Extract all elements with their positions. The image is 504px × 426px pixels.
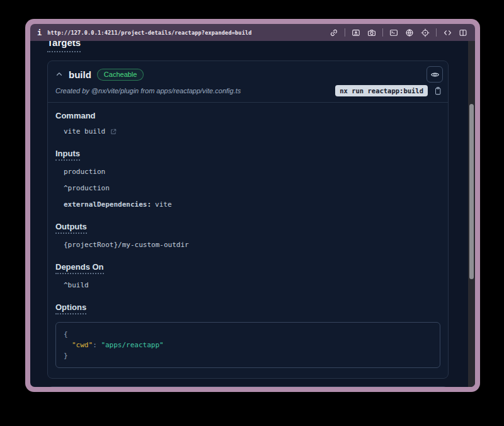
run-command-chip: nx run reactapp:build <box>335 85 428 96</box>
toolbar-divider <box>382 28 383 37</box>
toolbar-divider <box>345 28 345 37</box>
target-name: build <box>69 69 91 80</box>
view-target-graph-button[interactable] <box>427 66 443 83</box>
inputs-label: Inputs <box>55 149 80 161</box>
input-item: production <box>64 167 440 177</box>
json-line: } <box>64 350 432 361</box>
command-value: vite build <box>64 127 440 137</box>
app-window: i http://127.0.0.1:4211/project-details/… <box>25 19 480 392</box>
scrollbar-thumb[interactable] <box>469 104 474 279</box>
target-icon[interactable] <box>420 28 430 38</box>
output-item: {projectRoot}/my-custom-outdir <box>64 240 440 250</box>
build-card-header[interactable]: build Cacheable <box>48 61 448 83</box>
command-label: Command <box>55 112 96 120</box>
globe-icon[interactable] <box>404 28 415 38</box>
download-icon[interactable] <box>351 28 361 38</box>
address-bar[interactable]: http://127.0.0.1:4211/project-details/re… <box>47 30 251 36</box>
external-link-icon[interactable] <box>110 128 117 135</box>
json-line: { <box>64 329 432 340</box>
project-details-view: Targets build Cacheable <box>30 41 468 387</box>
command-text: vite build <box>64 127 105 137</box>
input-item: externalDependencies:vite <box>64 200 440 210</box>
depends-on-item: ^build <box>64 280 440 291</box>
input-key: externalDependencies: <box>64 200 151 209</box>
camera-icon[interactable] <box>367 28 377 38</box>
json-line: "cwd": "apps/reactapp" <box>64 340 432 350</box>
input-item: ^production <box>64 183 440 193</box>
created-by-text: Created by @nx/vite/plugin from apps/rea… <box>55 87 241 95</box>
depends-on-label: Depends On <box>55 263 104 274</box>
link-icon[interactable] <box>329 28 339 38</box>
page-content: Targets build Cacheable <box>30 41 475 387</box>
split-view-icon[interactable] <box>458 28 468 38</box>
target-card-build: build Cacheable Created by @nx/vite/plug… <box>47 60 449 379</box>
chevron-up-icon[interactable] <box>55 71 63 78</box>
code-icon[interactable] <box>442 28 452 38</box>
input-value: vite <box>155 200 172 209</box>
scrollbar-track[interactable] <box>468 41 475 387</box>
copy-icon[interactable] <box>433 86 443 96</box>
options-label: Options <box>55 303 86 314</box>
info-icon[interactable]: i <box>37 28 42 37</box>
browser-toolbar: i http://127.0.0.1:4211/project-details/… <box>30 24 475 41</box>
build-card-subheader: Created by @nx/vite/plugin from apps/rea… <box>48 83 448 103</box>
options-json-block: { "cwd": "apps/reactapp" } <box>55 322 440 368</box>
outputs-label: Outputs <box>55 222 87 234</box>
toolbar-divider <box>436 28 437 37</box>
toolbar-actions <box>329 28 468 38</box>
screenshot-canvas: i http://127.0.0.1:4211/project-details/… <box>0 0 504 426</box>
build-card-body: Command vite build Inputs product <box>48 103 448 378</box>
cacheable-badge: Cacheable <box>97 69 144 81</box>
target-card-serve: serve vite serve <box>47 386 449 387</box>
terminal-icon[interactable] <box>389 28 399 38</box>
targets-heading: Targets <box>47 41 81 52</box>
